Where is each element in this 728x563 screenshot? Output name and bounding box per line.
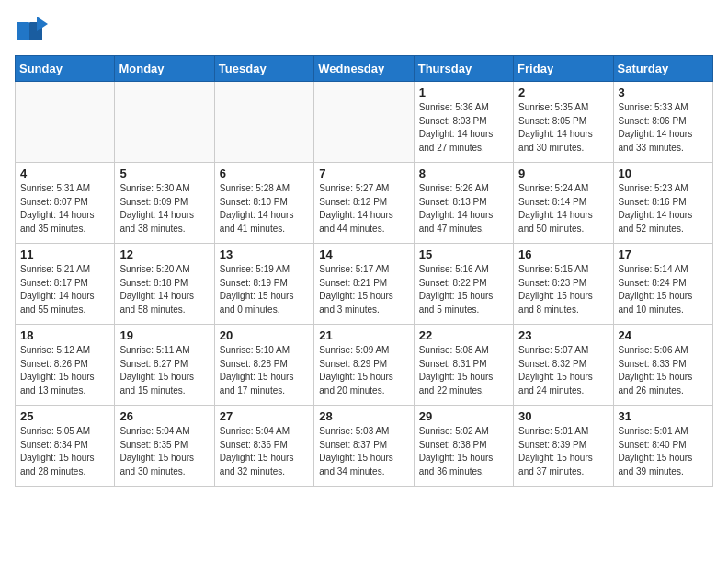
- day-info: Sunrise: 5:28 AM Sunset: 8:10 PM Dayligh…: [220, 182, 309, 236]
- calendar-day-cell: 2Sunrise: 5:35 AM Sunset: 8:05 PM Daylig…: [514, 82, 613, 163]
- day-info: Sunrise: 5:04 AM Sunset: 8:35 PM Dayligh…: [119, 425, 209, 478]
- calendar-day-cell: 24Sunrise: 5:06 AM Sunset: 8:33 PM Dayli…: [613, 325, 712, 406]
- day-info: Sunrise: 5:07 AM Sunset: 8:32 PM Dayligh…: [518, 344, 608, 397]
- day-info: Sunrise: 5:14 AM Sunset: 8:24 PM Dayligh…: [619, 263, 708, 316]
- day-info: Sunrise: 5:35 AM Sunset: 8:05 PM Dayligh…: [518, 101, 608, 155]
- day-info: Sunrise: 5:26 AM Sunset: 8:13 PM Dayligh…: [419, 182, 508, 236]
- calendar-day-cell: 9Sunrise: 5:24 AM Sunset: 8:14 PM Daylig…: [514, 163, 613, 244]
- day-info: Sunrise: 5:03 AM Sunset: 8:37 PM Dayligh…: [319, 425, 408, 478]
- weekday-cell: Saturday: [613, 56, 712, 82]
- day-info: Sunrise: 5:04 AM Sunset: 8:36 PM Dayligh…: [220, 425, 309, 478]
- calendar-day-cell: 10Sunrise: 5:23 AM Sunset: 8:16 PM Dayli…: [613, 163, 712, 244]
- calendar-day-cell: 6Sunrise: 5:28 AM Sunset: 8:10 PM Daylig…: [214, 163, 313, 244]
- day-info: Sunrise: 5:09 AM Sunset: 8:29 PM Dayligh…: [319, 344, 408, 397]
- calendar-day-cell: [214, 82, 313, 163]
- calendar-day-cell: 11Sunrise: 5:21 AM Sunset: 8:17 PM Dayli…: [16, 244, 115, 325]
- calendar-day-cell: 29Sunrise: 5:02 AM Sunset: 8:38 PM Dayli…: [414, 406, 513, 487]
- day-info: Sunrise: 5:21 AM Sunset: 8:17 PM Dayligh…: [20, 263, 109, 316]
- day-number: 20: [220, 328, 309, 342]
- day-number: 29: [419, 409, 508, 423]
- calendar-week-row: 1Sunrise: 5:36 AM Sunset: 8:03 PM Daylig…: [16, 82, 713, 163]
- day-number: 12: [119, 247, 209, 261]
- calendar-day-cell: 17Sunrise: 5:14 AM Sunset: 8:24 PM Dayli…: [613, 244, 712, 325]
- calendar-day-cell: [16, 82, 115, 163]
- calendar-day-cell: 28Sunrise: 5:03 AM Sunset: 8:37 PM Dayli…: [314, 406, 414, 487]
- svg-rect-1: [17, 22, 29, 40]
- day-number: 21: [319, 328, 408, 342]
- calendar-week-row: 4Sunrise: 5:31 AM Sunset: 8:07 PM Daylig…: [16, 163, 713, 244]
- day-info: Sunrise: 5:24 AM Sunset: 8:14 PM Dayligh…: [518, 182, 608, 236]
- calendar-day-cell: 3Sunrise: 5:33 AM Sunset: 8:06 PM Daylig…: [613, 82, 712, 163]
- day-info: Sunrise: 5:36 AM Sunset: 8:03 PM Dayligh…: [419, 101, 508, 155]
- day-number: 28: [319, 409, 408, 423]
- day-info: Sunrise: 5:27 AM Sunset: 8:12 PM Dayligh…: [319, 182, 408, 236]
- day-number: 31: [619, 409, 708, 423]
- calendar-day-cell: 19Sunrise: 5:11 AM Sunset: 8:27 PM Dayli…: [115, 325, 214, 406]
- day-number: 9: [518, 167, 608, 180]
- day-info: Sunrise: 5:16 AM Sunset: 8:22 PM Dayligh…: [419, 263, 508, 316]
- day-info: Sunrise: 5:20 AM Sunset: 8:18 PM Dayligh…: [119, 263, 209, 316]
- weekday-cell: Wednesday: [314, 56, 414, 82]
- calendar-day-cell: [115, 82, 214, 163]
- day-number: 11: [20, 247, 109, 261]
- day-number: 1: [419, 86, 508, 99]
- calendar-day-cell: 21Sunrise: 5:09 AM Sunset: 8:29 PM Dayli…: [314, 325, 414, 406]
- calendar-day-cell: 5Sunrise: 5:30 AM Sunset: 8:09 PM Daylig…: [115, 163, 214, 244]
- day-number: 30: [518, 409, 608, 423]
- day-number: 17: [619, 247, 708, 261]
- day-number: 22: [419, 328, 508, 342]
- calendar-day-cell: 14Sunrise: 5:17 AM Sunset: 8:21 PM Dayli…: [314, 244, 414, 325]
- day-info: Sunrise: 5:01 AM Sunset: 8:39 PM Dayligh…: [518, 425, 608, 478]
- day-number: 19: [119, 328, 209, 342]
- day-info: Sunrise: 5:15 AM Sunset: 8:23 PM Dayligh…: [518, 263, 608, 316]
- day-number: 23: [518, 328, 608, 342]
- day-info: Sunrise: 5:01 AM Sunset: 8:40 PM Dayligh…: [619, 425, 708, 478]
- weekday-header: SundayMondayTuesdayWednesdayThursdayFrid…: [16, 56, 713, 82]
- calendar-table: SundayMondayTuesdayWednesdayThursdayFrid…: [15, 55, 713, 487]
- logo-icon: [15, 15, 48, 48]
- day-number: 7: [319, 167, 408, 180]
- calendar-day-cell: 30Sunrise: 5:01 AM Sunset: 8:39 PM Dayli…: [514, 406, 613, 487]
- calendar-week-row: 11Sunrise: 5:21 AM Sunset: 8:17 PM Dayli…: [16, 244, 713, 325]
- day-info: Sunrise: 5:19 AM Sunset: 8:19 PM Dayligh…: [220, 263, 309, 316]
- weekday-cell: Thursday: [414, 56, 513, 82]
- day-number: 25: [20, 409, 109, 423]
- day-info: Sunrise: 5:30 AM Sunset: 8:09 PM Dayligh…: [119, 182, 209, 236]
- day-number: 6: [220, 167, 309, 180]
- calendar-day-cell: [314, 82, 414, 163]
- day-info: Sunrise: 5:11 AM Sunset: 8:27 PM Dayligh…: [119, 344, 209, 397]
- calendar-day-cell: 15Sunrise: 5:16 AM Sunset: 8:22 PM Dayli…: [414, 244, 513, 325]
- day-number: 5: [119, 167, 209, 180]
- calendar-week-row: 18Sunrise: 5:12 AM Sunset: 8:26 PM Dayli…: [16, 325, 713, 406]
- calendar-day-cell: 27Sunrise: 5:04 AM Sunset: 8:36 PM Dayli…: [214, 406, 313, 487]
- day-number: 26: [119, 409, 209, 423]
- day-info: Sunrise: 5:02 AM Sunset: 8:38 PM Dayligh…: [419, 425, 508, 478]
- calendar-day-cell: 16Sunrise: 5:15 AM Sunset: 8:23 PM Dayli…: [514, 244, 613, 325]
- day-number: 24: [619, 328, 708, 342]
- calendar-day-cell: 4Sunrise: 5:31 AM Sunset: 8:07 PM Daylig…: [16, 163, 115, 244]
- day-number: 18: [20, 328, 109, 342]
- day-info: Sunrise: 5:17 AM Sunset: 8:21 PM Dayligh…: [319, 263, 408, 316]
- day-number: 14: [319, 247, 408, 261]
- day-number: 8: [419, 167, 508, 180]
- day-info: Sunrise: 5:23 AM Sunset: 8:16 PM Dayligh…: [619, 182, 708, 236]
- calendar-day-cell: 26Sunrise: 5:04 AM Sunset: 8:35 PM Dayli…: [115, 406, 214, 487]
- day-info: Sunrise: 5:05 AM Sunset: 8:34 PM Dayligh…: [20, 425, 109, 478]
- day-number: 13: [220, 247, 309, 261]
- calendar-day-cell: 7Sunrise: 5:27 AM Sunset: 8:12 PM Daylig…: [314, 163, 414, 244]
- day-info: Sunrise: 5:12 AM Sunset: 8:26 PM Dayligh…: [20, 344, 109, 397]
- calendar-day-cell: 18Sunrise: 5:12 AM Sunset: 8:26 PM Dayli…: [16, 325, 115, 406]
- calendar-day-cell: 12Sunrise: 5:20 AM Sunset: 8:18 PM Dayli…: [115, 244, 214, 325]
- calendar-day-cell: 20Sunrise: 5:10 AM Sunset: 8:28 PM Dayli…: [214, 325, 313, 406]
- calendar-day-cell: 23Sunrise: 5:07 AM Sunset: 8:32 PM Dayli…: [514, 325, 613, 406]
- day-info: Sunrise: 5:06 AM Sunset: 8:33 PM Dayligh…: [619, 344, 708, 397]
- day-info: Sunrise: 5:10 AM Sunset: 8:28 PM Dayligh…: [220, 344, 309, 397]
- day-info: Sunrise: 5:31 AM Sunset: 8:07 PM Dayligh…: [20, 182, 109, 236]
- calendar-day-cell: 22Sunrise: 5:08 AM Sunset: 8:31 PM Dayli…: [414, 325, 513, 406]
- day-info: Sunrise: 5:33 AM Sunset: 8:06 PM Dayligh…: [619, 101, 708, 155]
- day-number: 15: [419, 247, 508, 261]
- day-number: 3: [619, 86, 708, 99]
- day-number: 16: [518, 247, 608, 261]
- calendar-day-cell: 8Sunrise: 5:26 AM Sunset: 8:13 PM Daylig…: [414, 163, 513, 244]
- day-number: 10: [619, 167, 708, 180]
